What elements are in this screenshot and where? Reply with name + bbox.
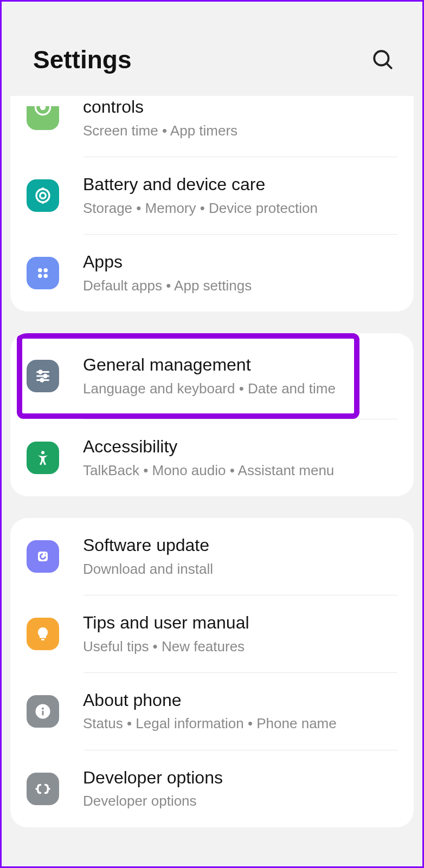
search-icon <box>371 48 394 71</box>
item-subtitle: Default apps • App settings <box>83 276 397 295</box>
svg-point-6 <box>44 268 48 273</box>
settings-item-apps[interactable]: Apps Default apps • App settings <box>10 235 414 312</box>
item-text: Developer options Developer options <box>83 767 397 811</box>
item-text: Accessibility TalkBack • Mono audio • As… <box>83 436 397 480</box>
item-text: Software update Download and install <box>83 534 397 579</box>
settings-group: Software update Download and install Tip… <box>10 518 414 827</box>
svg-rect-17 <box>41 639 44 640</box>
item-subtitle: Download and install <box>83 559 397 579</box>
settings-item-battery[interactable]: Battery and device care Storage • Memory… <box>10 157 414 234</box>
item-title: About phone <box>83 689 397 712</box>
item-title: General management <box>83 354 397 377</box>
item-subtitle: Storage • Memory • Device protection <box>83 198 397 218</box>
item-subtitle: Screen time • App timers <box>83 121 397 140</box>
item-text: About phone Status • Legal information •… <box>83 689 397 734</box>
svg-rect-16 <box>38 552 48 561</box>
item-title: Accessibility <box>83 436 397 458</box>
item-text: Apps Default apps • App settings <box>83 251 397 295</box>
item-text: Tips and user manual Useful tips • New f… <box>83 612 397 656</box>
item-subtitle: TalkBack • Mono audio • Assistant menu <box>83 461 397 480</box>
search-button[interactable] <box>370 47 395 72</box>
item-title: Battery and device care <box>83 173 397 196</box>
svg-point-12 <box>44 374 47 377</box>
item-title: Tips and user manual <box>83 612 397 634</box>
settings-item-about-phone[interactable]: About phone Status • Legal information •… <box>10 673 414 750</box>
item-title: Apps <box>83 251 397 274</box>
item-text: Battery and device care Storage • Memory… <box>83 173 397 218</box>
svg-point-15 <box>41 451 44 454</box>
item-title: controls <box>83 96 397 119</box>
item-text: General management Language and keyboard… <box>83 354 397 398</box>
item-text: controls Screen time • App timers <box>83 96 397 140</box>
settings-item-developer-options[interactable]: Developer options Developer options <box>10 750 414 827</box>
item-title: Developer options <box>83 767 397 789</box>
settings-item-accessibility[interactable]: Accessibility TalkBack • Mono audio • As… <box>10 419 414 496</box>
sliders-icon <box>27 360 59 392</box>
update-icon <box>27 540 59 573</box>
svg-point-3 <box>36 189 49 202</box>
info-icon <box>27 695 59 728</box>
page-title: Settings <box>33 45 131 74</box>
settings-item-controls[interactable]: controls Screen time • App timers <box>10 96 414 157</box>
item-subtitle: Language and keyboard • Date and time <box>83 379 397 398</box>
svg-point-4 <box>40 193 46 199</box>
svg-point-14 <box>41 379 43 381</box>
settings-group: controls Screen time • App timers Batter… <box>10 96 414 312</box>
settings-item-tips[interactable]: Tips and user manual Useful tips • New f… <box>10 595 414 672</box>
item-title: Software update <box>83 534 397 557</box>
apps-icon <box>27 257 59 289</box>
header: Settings <box>2 2 422 96</box>
settings-item-software-update[interactable]: Software update Download and install <box>10 518 414 595</box>
svg-rect-20 <box>42 710 44 715</box>
svg-point-7 <box>38 274 42 278</box>
svg-point-8 <box>44 274 48 278</box>
code-icon <box>27 773 59 805</box>
person-icon <box>27 442 59 474</box>
bulb-icon <box>27 618 59 650</box>
item-subtitle: Useful tips • New features <box>83 637 397 656</box>
svg-point-10 <box>39 371 42 373</box>
item-subtitle: Developer options <box>83 791 397 811</box>
wellbeing-icon <box>27 106 59 130</box>
target-icon <box>27 179 59 212</box>
svg-line-1 <box>387 63 391 68</box>
item-subtitle: Status • Legal information • Phone name <box>83 714 397 733</box>
svg-point-5 <box>38 268 42 273</box>
settings-group: General management Language and keyboard… <box>10 333 414 496</box>
settings-item-general-management[interactable]: General management Language and keyboard… <box>10 333 414 419</box>
svg-point-19 <box>42 708 44 710</box>
